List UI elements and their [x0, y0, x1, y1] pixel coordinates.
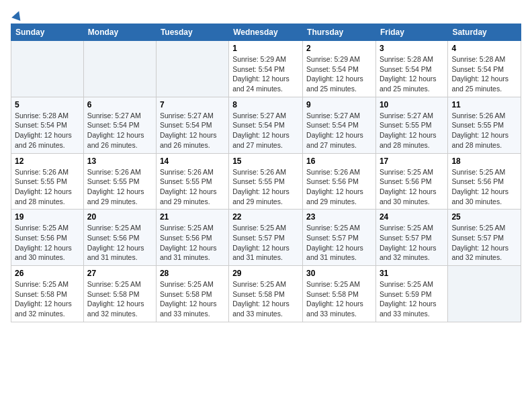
- day-info: Sunrise: 5:27 AMSunset: 5:55 PMDaylight:…: [380, 111, 444, 150]
- calendar-cell: [156, 41, 228, 97]
- day-number: 6: [87, 100, 152, 109]
- calendar-cell: 7Sunrise: 5:27 AMSunset: 5:54 PMDaylight…: [156, 97, 228, 153]
- calendar-cell: 24Sunrise: 5:25 AMSunset: 5:57 PMDayligh…: [375, 210, 447, 266]
- day-number: 3: [380, 44, 444, 53]
- day-info: Sunrise: 5:27 AMSunset: 5:54 PMDaylight:…: [87, 111, 152, 150]
- day-info: Sunrise: 5:26 AMSunset: 5:55 PMDaylight:…: [232, 167, 299, 207]
- calendar-cell: 16Sunrise: 5:26 AMSunset: 5:56 PMDayligh…: [303, 153, 376, 210]
- day-number: 11: [451, 100, 517, 109]
- calendar-week-row: 26Sunrise: 5:25 AMSunset: 5:58 PMDayligh…: [11, 266, 521, 322]
- day-number: 30: [306, 269, 372, 278]
- day-number: 22: [232, 212, 299, 222]
- calendar-cell: 30Sunrise: 5:25 AMSunset: 5:58 PMDayligh…: [303, 266, 376, 322]
- day-number: 14: [160, 156, 225, 166]
- day-info: Sunrise: 5:25 AMSunset: 5:58 PMDaylight:…: [306, 279, 372, 319]
- column-header-saturday: Saturday: [448, 24, 521, 41]
- calendar-cell: 23Sunrise: 5:25 AMSunset: 5:57 PMDayligh…: [303, 210, 376, 266]
- calendar-cell: 6Sunrise: 5:27 AMSunset: 5:54 PMDaylight…: [83, 97, 156, 153]
- calendar-table: SundayMondayTuesdayWednesdayThursdayFrid…: [11, 24, 521, 322]
- calendar-cell: 5Sunrise: 5:28 AMSunset: 5:54 PMDaylight…: [11, 97, 84, 153]
- day-number: 19: [15, 212, 80, 222]
- day-info: Sunrise: 5:27 AMSunset: 5:54 PMDaylight:…: [160, 111, 225, 150]
- day-info: Sunrise: 5:25 AMSunset: 5:56 PMDaylight:…: [380, 167, 444, 207]
- day-info: Sunrise: 5:25 AMSunset: 5:56 PMDaylight:…: [451, 167, 517, 207]
- calendar-cell: 15Sunrise: 5:26 AMSunset: 5:55 PMDayligh…: [229, 153, 303, 210]
- day-info: Sunrise: 5:26 AMSunset: 5:55 PMDaylight:…: [451, 111, 517, 150]
- day-info: Sunrise: 5:29 AMSunset: 5:54 PMDaylight:…: [306, 54, 372, 94]
- day-number: 10: [380, 100, 444, 109]
- day-number: 31: [380, 269, 444, 278]
- calendar-cell: 2Sunrise: 5:29 AMSunset: 5:54 PMDaylight…: [303, 41, 376, 97]
- day-info: Sunrise: 5:29 AMSunset: 5:54 PMDaylight:…: [232, 54, 299, 94]
- day-info: Sunrise: 5:25 AMSunset: 5:58 PMDaylight:…: [232, 279, 299, 319]
- day-number: 4: [451, 44, 517, 53]
- page-header: [11, 11, 521, 19]
- day-info: Sunrise: 5:25 AMSunset: 5:58 PMDaylight:…: [87, 279, 152, 319]
- calendar-cell: 18Sunrise: 5:25 AMSunset: 5:56 PMDayligh…: [448, 153, 521, 210]
- day-info: Sunrise: 5:26 AMSunset: 5:55 PMDaylight:…: [15, 167, 80, 207]
- day-number: 21: [160, 212, 225, 222]
- calendar-cell: 14Sunrise: 5:26 AMSunset: 5:55 PMDayligh…: [156, 153, 228, 210]
- day-info: Sunrise: 5:25 AMSunset: 5:57 PMDaylight:…: [232, 223, 299, 263]
- day-info: Sunrise: 5:26 AMSunset: 5:55 PMDaylight:…: [160, 167, 225, 207]
- calendar-cell: 1Sunrise: 5:29 AMSunset: 5:54 PMDaylight…: [229, 41, 303, 97]
- day-number: 2: [306, 44, 372, 53]
- calendar-week-row: 1Sunrise: 5:29 AMSunset: 5:54 PMDaylight…: [11, 41, 521, 97]
- day-number: 1: [232, 44, 299, 53]
- day-info: Sunrise: 5:28 AMSunset: 5:54 PMDaylight:…: [15, 111, 80, 150]
- day-info: Sunrise: 5:26 AMSunset: 5:56 PMDaylight:…: [306, 167, 372, 207]
- day-info: Sunrise: 5:25 AMSunset: 5:57 PMDaylight:…: [306, 223, 372, 263]
- day-info: Sunrise: 5:27 AMSunset: 5:54 PMDaylight:…: [306, 111, 372, 150]
- day-number: 15: [232, 156, 299, 166]
- day-number: 12: [15, 156, 80, 166]
- calendar-cell: 22Sunrise: 5:25 AMSunset: 5:57 PMDayligh…: [229, 210, 303, 266]
- day-number: 25: [451, 212, 517, 222]
- day-info: Sunrise: 5:25 AMSunset: 5:56 PMDaylight:…: [160, 223, 225, 263]
- column-header-monday: Monday: [83, 24, 156, 41]
- day-number: 20: [87, 212, 152, 222]
- day-info: Sunrise: 5:25 AMSunset: 5:57 PMDaylight:…: [451, 223, 517, 263]
- calendar-week-row: 12Sunrise: 5:26 AMSunset: 5:55 PMDayligh…: [11, 153, 521, 210]
- calendar-cell: 21Sunrise: 5:25 AMSunset: 5:56 PMDayligh…: [156, 210, 228, 266]
- day-info: Sunrise: 5:28 AMSunset: 5:54 PMDaylight:…: [451, 54, 517, 94]
- calendar-cell: 8Sunrise: 5:27 AMSunset: 5:54 PMDaylight…: [229, 97, 303, 153]
- logo: [11, 11, 22, 19]
- calendar-cell: 29Sunrise: 5:25 AMSunset: 5:58 PMDayligh…: [229, 266, 303, 322]
- day-number: 27: [87, 269, 152, 278]
- day-info: Sunrise: 5:25 AMSunset: 5:58 PMDaylight:…: [160, 279, 225, 319]
- calendar-cell: 13Sunrise: 5:26 AMSunset: 5:55 PMDayligh…: [83, 153, 156, 210]
- day-number: 29: [232, 269, 299, 278]
- calendar-cell: 31Sunrise: 5:25 AMSunset: 5:59 PMDayligh…: [375, 266, 447, 322]
- column-header-thursday: Thursday: [303, 24, 376, 41]
- day-number: 16: [306, 156, 372, 166]
- day-number: 18: [451, 156, 517, 166]
- day-number: 9: [306, 100, 372, 109]
- day-info: Sunrise: 5:25 AMSunset: 5:56 PMDaylight:…: [15, 223, 80, 263]
- logo-triangle-icon: [11, 9, 24, 21]
- column-header-friday: Friday: [375, 24, 447, 41]
- day-info: Sunrise: 5:25 AMSunset: 5:57 PMDaylight:…: [380, 223, 444, 263]
- day-number: 23: [306, 212, 372, 222]
- column-header-tuesday: Tuesday: [156, 24, 228, 41]
- day-number: 26: [15, 269, 80, 278]
- column-header-wednesday: Wednesday: [229, 24, 303, 41]
- calendar-cell: 17Sunrise: 5:25 AMSunset: 5:56 PMDayligh…: [375, 153, 447, 210]
- day-number: 13: [87, 156, 152, 166]
- calendar-week-row: 19Sunrise: 5:25 AMSunset: 5:56 PMDayligh…: [11, 210, 521, 266]
- calendar-cell: [83, 41, 156, 97]
- calendar-cell: [448, 266, 521, 322]
- day-number: 5: [15, 100, 80, 109]
- calendar-cell: 28Sunrise: 5:25 AMSunset: 5:58 PMDayligh…: [156, 266, 228, 322]
- day-number: 17: [380, 156, 444, 166]
- day-info: Sunrise: 5:25 AMSunset: 5:58 PMDaylight:…: [15, 279, 80, 319]
- day-info: Sunrise: 5:26 AMSunset: 5:55 PMDaylight:…: [87, 167, 152, 207]
- column-header-sunday: Sunday: [11, 24, 84, 41]
- calendar-cell: 9Sunrise: 5:27 AMSunset: 5:54 PMDaylight…: [303, 97, 376, 153]
- calendar-cell: 10Sunrise: 5:27 AMSunset: 5:55 PMDayligh…: [375, 97, 447, 153]
- day-info: Sunrise: 5:27 AMSunset: 5:54 PMDaylight:…: [232, 111, 299, 150]
- day-number: 8: [232, 100, 299, 109]
- calendar-cell: 11Sunrise: 5:26 AMSunset: 5:55 PMDayligh…: [448, 97, 521, 153]
- day-info: Sunrise: 5:25 AMSunset: 5:56 PMDaylight:…: [87, 223, 152, 263]
- calendar-cell: 26Sunrise: 5:25 AMSunset: 5:58 PMDayligh…: [11, 266, 84, 322]
- day-info: Sunrise: 5:25 AMSunset: 5:59 PMDaylight:…: [380, 279, 444, 319]
